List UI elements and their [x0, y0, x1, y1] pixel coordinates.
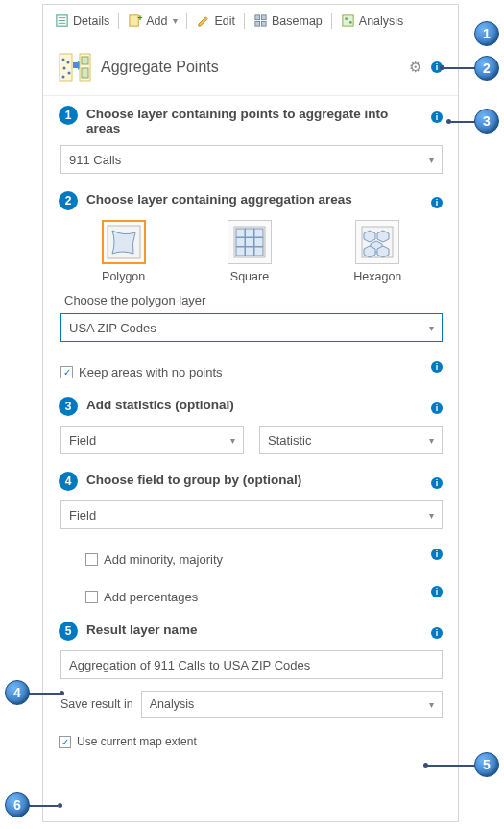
polygon-layer-dropdown[interactable]: USA ZIP Codes ▾ [60, 313, 443, 342]
basemap-icon [253, 13, 268, 28]
percentages-checkbox[interactable] [85, 591, 98, 603]
svg-rect-25 [245, 229, 253, 237]
square-icon [228, 220, 272, 264]
svg-point-12 [349, 21, 352, 24]
edit-button[interactable]: Edit [190, 11, 241, 31]
add-icon: + [128, 13, 142, 28]
stats-field-dropdown[interactable]: Field ▾ [60, 426, 244, 454]
step-1: 1 Choose layer containing points to aggr… [59, 106, 443, 174]
callout-6: 6 [5, 792, 30, 817]
save-result-label: Save result in [60, 697, 133, 711]
analysis-button[interactable]: Analysis [335, 11, 410, 31]
chevron-down-icon: ▾ [230, 435, 235, 446]
chevron-down-icon: ▾ [429, 323, 434, 333]
callout-4: 4 [5, 680, 30, 705]
info-icon[interactable]: i [431, 361, 443, 373]
toolbar-separator [331, 13, 332, 29]
svg-rect-30 [236, 247, 245, 256]
stats-statistic-dropdown[interactable]: Statistic ▾ [259, 426, 443, 454]
edit-label: Edit [214, 14, 235, 28]
step-3-title: Add statistics (optional) [86, 397, 422, 412]
svg-marker-37 [364, 246, 375, 257]
step-number: 5 [59, 622, 78, 641]
svg-rect-21 [82, 68, 88, 78]
svg-point-11 [345, 17, 348, 20]
step-5-title: Result layer name [86, 622, 422, 637]
callout-dot [58, 803, 62, 808]
callout-dot [60, 691, 64, 695]
save-result-value: Analysis [150, 697, 195, 711]
svg-rect-13 [60, 54, 72, 81]
keep-areas-checkbox[interactable] [60, 366, 73, 378]
step-4-title: Choose field to group by (optional) [86, 472, 422, 487]
callout-lead [29, 805, 58, 807]
svg-rect-32 [254, 247, 263, 256]
svg-rect-20 [82, 57, 88, 64]
step-2-title: Choose layer containing aggregation area… [86, 191, 422, 207]
details-label: Details [73, 14, 109, 28]
step-number: 1 [59, 106, 78, 125]
gear-icon[interactable]: ⚙ [409, 59, 421, 76]
svg-rect-26 [254, 229, 263, 237]
chevron-down-icon: ▾ [429, 510, 434, 521]
info-icon[interactable]: i [431, 197, 443, 208]
svg-point-17 [68, 72, 71, 75]
shape-selector: Polygon [60, 220, 443, 283]
result-layer-name-input[interactable] [60, 650, 443, 679]
basemap-label: Basemap [272, 14, 323, 28]
stats-field-value: Field [69, 433, 96, 448]
use-current-extent-checkbox[interactable] [59, 736, 71, 748]
hexagon-icon [355, 220, 399, 264]
svg-text:+: + [138, 13, 143, 23]
svg-point-18 [62, 76, 65, 79]
step-2: 2 Choose layer containing aggregation ar… [59, 191, 443, 379]
step-1-title: Choose layer containing points to aggreg… [86, 106, 422, 135]
info-icon[interactable]: i [431, 586, 443, 597]
info-icon[interactable]: i [431, 549, 443, 560]
toolbar-separator [118, 13, 119, 29]
info-icon[interactable]: i [431, 627, 443, 639]
info-icon[interactable]: i [431, 477, 443, 489]
shape-hexagon-label: Hexagon [353, 270, 401, 283]
use-current-extent-label: Use current map extent [77, 735, 197, 748]
chevron-down-icon: ▾ [429, 155, 434, 165]
shape-square-label: Square [230, 270, 269, 283]
save-result-dropdown[interactable]: Analysis ▾ [141, 691, 443, 718]
point-layer-value: 911 Calls [69, 153, 121, 167]
shape-square[interactable]: Square [228, 220, 272, 283]
svg-rect-6 [255, 15, 260, 20]
add-button[interactable]: + Add ▾ [122, 11, 183, 31]
svg-point-16 [63, 67, 66, 70]
svg-rect-10 [343, 15, 353, 26]
info-icon[interactable]: i [431, 111, 443, 123]
callout-1: 1 [474, 21, 499, 46]
chevron-down-icon: ▾ [173, 15, 178, 26]
stats-statistic-value: Statistic [268, 433, 312, 448]
group-field-dropdown[interactable]: Field ▾ [60, 500, 443, 529]
svg-point-14 [62, 59, 65, 61]
point-layer-dropdown[interactable]: 911 Calls ▾ [60, 145, 443, 174]
basemap-button[interactable]: Basemap [248, 11, 328, 31]
info-icon[interactable]: i [431, 402, 443, 414]
callout-dot [446, 119, 451, 124]
chevron-down-icon: ▾ [429, 699, 434, 710]
polygon-layer-value: USA ZIP Codes [69, 321, 156, 335]
minority-majority-checkbox[interactable] [85, 553, 98, 566]
shape-hexagon[interactable]: Hexagon [353, 220, 401, 283]
svg-rect-7 [261, 15, 266, 20]
svg-marker-34 [364, 231, 375, 242]
analysis-icon [341, 13, 355, 28]
group-field-value: Field [69, 508, 96, 523]
tool-body: 1 Choose layer containing points to aggr… [43, 96, 458, 821]
step-4: 4 Choose field to group by (optional) i … [59, 472, 443, 604]
step-number: 2 [59, 191, 78, 210]
shape-polygon[interactable]: Polygon [102, 220, 146, 283]
details-button[interactable]: Details [49, 11, 115, 31]
svg-rect-24 [236, 229, 245, 237]
polygon-icon [102, 220, 146, 264]
analysis-label: Analysis [359, 14, 404, 28]
callout-2: 2 [474, 56, 499, 81]
step-number: 4 [59, 472, 78, 491]
svg-rect-31 [245, 247, 253, 256]
callout-lead [443, 67, 476, 69]
